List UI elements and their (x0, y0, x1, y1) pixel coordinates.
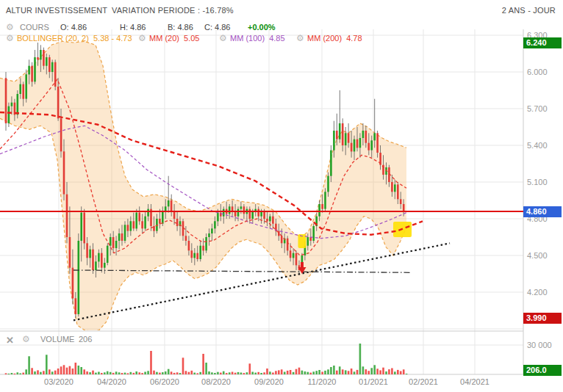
volume-badge: 206.0 (523, 365, 562, 376)
period-variation: VARIATION PERIODE : -16.78% (112, 6, 234, 15)
mm20-legend: MM (20) 5.05 (149, 34, 200, 43)
cours-close: C: 4.86 (204, 23, 230, 32)
volume-bars (5, 344, 408, 374)
cours-low: B: 4.86 (168, 23, 193, 32)
svg-text:6.000: 6.000 (527, 68, 548, 76)
price-axis-labels: 6.3006.0005.7005.4005.1004.8004.5004.200… (527, 31, 552, 349)
svg-text:30 000: 30 000 (527, 341, 552, 349)
volume-value: 206 (79, 335, 92, 344)
cours-high: H: 4.86 (120, 23, 146, 32)
mm20-settings-gear-icon[interactable]: ⚙ (138, 34, 146, 43)
time-axis-labels: 03/202004/202006/202008/202009/202011/20… (44, 377, 490, 386)
svg-text:11/2020: 11/2020 (308, 377, 337, 386)
cours-change: +0.00% (248, 23, 276, 32)
svg-text:4.500: 4.500 (527, 251, 548, 260)
svg-text:09/2020: 09/2020 (254, 377, 284, 386)
mm200-legend: MM (200) 4.78 (307, 34, 362, 43)
cours-settings-gear-icon[interactable]: ⚙ (6, 23, 14, 32)
timeframe-label[interactable]: 2 ANS - JOUR (502, 6, 556, 15)
period-low-badge: 3.990 (523, 313, 562, 324)
mm200-settings-gear-icon[interactable]: ⚙ (296, 34, 304, 43)
volume-close-icon[interactable]: ✕ (6, 335, 14, 346)
svg-text:06/2020: 06/2020 (150, 377, 179, 386)
volume-settings-gear-icon[interactable]: ⚙ (22, 335, 30, 344)
svg-text:5.700: 5.700 (527, 104, 548, 113)
mm100-legend: MM (100) 4.85 (230, 34, 285, 43)
bollinger-band-fill (0, 41, 406, 331)
svg-text:04/2021: 04/2021 (460, 377, 490, 386)
mm100-settings-gear-icon[interactable]: ⚙ (219, 34, 227, 43)
cours-label: COURS (20, 23, 49, 32)
svg-text:4.200: 4.200 (527, 288, 548, 297)
svg-text:04/2020: 04/2020 (97, 377, 126, 386)
svg-text:5.400: 5.400 (527, 141, 548, 150)
volume-label: VOLUME (40, 335, 74, 344)
svg-text:02/2021: 02/2021 (409, 377, 438, 386)
period-high-badge: 6.240 (523, 37, 562, 48)
bollinger-legend: BOLLINGER (20, 2) 5.38 - 4.73 (17, 34, 132, 43)
last-price-badge: 4.860 (523, 206, 562, 217)
svg-text:01/2021: 01/2021 (359, 377, 388, 386)
chart-canvas[interactable]: 6.3006.0005.7005.4005.1004.8004.5004.200… (0, 0, 563, 392)
svg-text:5.100: 5.100 (527, 178, 548, 186)
svg-text:03/2020: 03/2020 (44, 377, 73, 386)
svg-text:08/2020: 08/2020 (201, 377, 231, 386)
bollinger-settings-gear-icon[interactable]: ⚙ (6, 34, 14, 43)
instrument-title: ALTUR INVESTISSEMENT (6, 6, 107, 15)
stock-chart-app: { "header": { "title": "ALTUR INVESTISSE… (0, 0, 563, 392)
cours-open: O: 4.86 (60, 23, 87, 32)
